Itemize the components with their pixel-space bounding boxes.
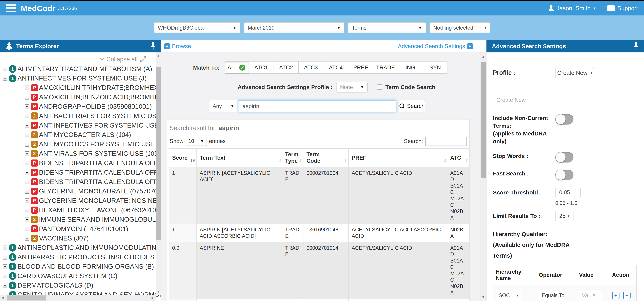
tree-item[interactable]: −1ANTIINFECTIVES FOR SYSTEMIC USE (J) (3, 74, 161, 83)
dictionary-select[interactable]: WHODrugB3Global ▼ (154, 22, 240, 33)
expand-node-icon[interactable]: + (25, 180, 30, 184)
match-tab-pref[interactable]: PREF (348, 62, 373, 74)
field-selector[interactable]: Any ▼ (209, 100, 238, 112)
column-header-term-type[interactable]: Term Type ↓↑ (282, 149, 304, 167)
tree-item[interactable]: +2ANTIBACTERIALS FOR SYSTEMIC USE (J01) (3, 111, 161, 121)
scroll-down-icon[interactable]: ▼ (156, 289, 161, 293)
tree-horizontal-scrollbar[interactable]: ◀ ▶ (0, 295, 156, 301)
tree-item[interactable]: +PBIDENS TRIPARTITA;CALENDULA OFFICINALI… (3, 158, 161, 168)
mode-select[interactable]: Terms ▼ (348, 22, 426, 33)
expand-node-icon[interactable]: + (3, 255, 7, 259)
tree-vertical-scrollbar[interactable]: ▲ ▼ (156, 53, 161, 295)
multi-select[interactable]: Nothing selected ▾ (430, 22, 490, 33)
table-row[interactable]: 1ASPIRIN [ACETYLSALICYLIC ACID;ASCORBIC … (169, 224, 470, 242)
match-tab-syn[interactable]: SYN (423, 62, 448, 74)
tree-item[interactable]: +1ALIMENTARY TRACT AND METABOLISM (A) (3, 64, 161, 74)
hamburger-menu-icon[interactable] (6, 4, 16, 12)
column-header-pref[interactable]: PREF ↓↑ (348, 149, 447, 167)
profile-select[interactable]: None ▼ (336, 82, 368, 92)
expand-node-icon[interactable]: + (3, 245, 7, 250)
expand-node-icon[interactable]: + (25, 217, 30, 222)
tree-item[interactable]: +PBIDENS TRIPARTITA;CALENDULA OFFICINALI… (3, 168, 161, 177)
scroll-up-icon[interactable]: ▲ (480, 55, 486, 59)
expand-panel-icon[interactable] (140, 56, 146, 62)
expand-node-icon[interactable]: + (3, 274, 7, 278)
scrollbar-thumb[interactable] (156, 67, 161, 240)
tree-item[interactable]: +2ANTIMYCOTICS FOR SYSTEMIC USE (J02) (3, 140, 161, 149)
page-size-select[interactable]: 10 ▼ (186, 137, 207, 146)
match-tab-atc4[interactable]: ATC4 (324, 62, 348, 74)
tree-item[interactable]: +2VACCINES (J07) (3, 234, 161, 243)
match-tab-atc2[interactable]: ATC2 (274, 62, 298, 74)
table-filter-input[interactable] (425, 137, 467, 146)
expand-node-icon[interactable]: + (25, 161, 30, 165)
term-code-search-checkbox[interactable] (377, 84, 382, 90)
scroll-down-icon[interactable]: ▼ (480, 295, 486, 299)
expand-node-icon[interactable]: + (25, 133, 30, 137)
score-threshold-input[interactable]: 0.05 (555, 187, 580, 198)
expand-node-icon[interactable]: + (25, 236, 30, 241)
expand-node-icon[interactable]: + (3, 283, 7, 288)
tree-item[interactable]: +PGLYCERINE MONOLAURATE (07570701001) (3, 187, 161, 196)
scrollbar-thumb[interactable] (7, 295, 46, 300)
expand-node-icon[interactable]: + (25, 86, 30, 90)
expand-node-icon[interactable]: + (25, 189, 30, 194)
table-row[interactable]: 1ASPIRIN [ACETYLSALICYLIC ACID]TRADE0000… (169, 167, 470, 224)
tree-item[interactable]: +PANDROGRAPHOLIDE (03590801001) (3, 102, 161, 111)
column-header-score[interactable]: Score ↓ (169, 149, 197, 167)
scroll-left-icon[interactable]: ◀ (1, 296, 4, 300)
tree-item[interactable]: +2IMMUNE SERA AND IMMUNOGLOBULINS (J06) (3, 215, 161, 224)
stop-words-toggle[interactable] (555, 152, 574, 163)
expand-node-icon[interactable]: + (25, 198, 30, 203)
panel-profile-select[interactable]: Create New ▾ (555, 67, 594, 78)
tree-item[interactable]: +1CARDIOVASCULAR SYSTEM (C) (3, 271, 161, 281)
table-row[interactable]: 0.9ASPIRINATRADE00002701082ACETYLSALICYL… (169, 299, 470, 301)
collapse-node-icon[interactable]: − (3, 76, 7, 81)
tree-item[interactable]: +1ANTIPARASITIC PRODUCTS, INSECTICIDES A… (3, 252, 161, 262)
expand-node-icon[interactable]: + (3, 264, 7, 269)
column-header-term-code[interactable]: Term Code ↓↑ (304, 149, 348, 167)
tree-item[interactable]: +PAMOXICILLIN TRIHYDRATE;BROMHEXINE;SODI (3, 83, 161, 92)
user-menu[interactable]: Jason, Smith ▾ (548, 5, 596, 12)
match-tab-ing[interactable]: ING (398, 62, 423, 74)
limit-results-select[interactable]: 25 ▾ (555, 211, 574, 221)
browse-vertical-scrollbar[interactable]: ▲ ▼ (480, 53, 486, 301)
expand-node-icon[interactable]: + (25, 123, 30, 128)
tree-item[interactable]: +1BLOOD AND BLOOD FORMING ORGANS (B) (3, 262, 161, 271)
tree-item[interactable]: +1DERMATOLOGICALS (D) (3, 281, 161, 290)
pin-icon[interactable] (634, 42, 639, 51)
expand-node-icon[interactable]: + (25, 114, 30, 118)
tree-item[interactable]: +PHEXAMETHOXYFLAVONE (06763201001) (3, 205, 161, 215)
table-row[interactable]: 0.9ASPIRINETRADE00002701014ACETYLSALICYL… (169, 242, 470, 299)
advanced-search-settings-link[interactable]: Advanced Search Settings ▶ (398, 43, 473, 49)
pin-icon[interactable] (151, 42, 156, 51)
tree-item[interactable]: +PPANTOMYCIN (14764101001) (3, 224, 161, 234)
tree-item[interactable]: +1ANTINEOPLASTIC AND IMMUNOMODULATING AG… (3, 243, 161, 252)
browse-back-link[interactable]: ◀ Browse (164, 43, 191, 49)
hierarchy-name-select[interactable]: SOC ▾ (496, 290, 521, 301)
expand-node-icon[interactable]: + (25, 95, 30, 100)
match-tab-atc1[interactable]: ATC1 (249, 62, 274, 74)
expand-node-icon[interactable]: + (25, 142, 30, 147)
expand-node-icon[interactable]: + (25, 227, 30, 231)
tree-item[interactable]: +PAMOXICILLIN;BENZOIC ACID;BROMHEXINE (1… (3, 92, 161, 102)
operator-select[interactable]: Equals To ▾ (539, 290, 564, 301)
release-select[interactable]: March2019 ▼ (244, 22, 344, 33)
column-header-term-text[interactable]: Term Text ↓↑ (197, 149, 282, 167)
tree-item[interactable]: +2ANTIVIRALS FOR SYSTEMIC USE (J05) (3, 149, 161, 158)
expand-node-icon[interactable]: + (25, 208, 30, 212)
expand-node-icon[interactable]: + (25, 170, 30, 175)
match-tab-atc3[interactable]: ATC3 (298, 62, 324, 74)
hq-value-input[interactable]: Value (579, 289, 602, 301)
expand-node-icon[interactable]: + (25, 104, 30, 109)
tree-item[interactable]: +2ANTIMYCOBACTERIALS (J04) (3, 130, 161, 140)
column-header-atc[interactable]: ATC ↓↑ (447, 149, 470, 167)
tree-item[interactable]: +PANTIINFECTIVES FOR SYSTEMIC USE (90114… (3, 121, 161, 130)
support-link[interactable]: Support (607, 5, 638, 12)
collapse-all-link[interactable]: Collapse all (106, 56, 138, 63)
scroll-up-icon[interactable]: ▲ (156, 54, 161, 58)
scrollbar-thumb[interactable] (481, 62, 486, 178)
tree-item[interactable]: +PGLYCERINE MONOLAURATE;INOSINE (1332790 (3, 196, 161, 205)
search-button[interactable]: Search (399, 100, 425, 112)
expand-node-icon[interactable]: + (3, 67, 7, 71)
